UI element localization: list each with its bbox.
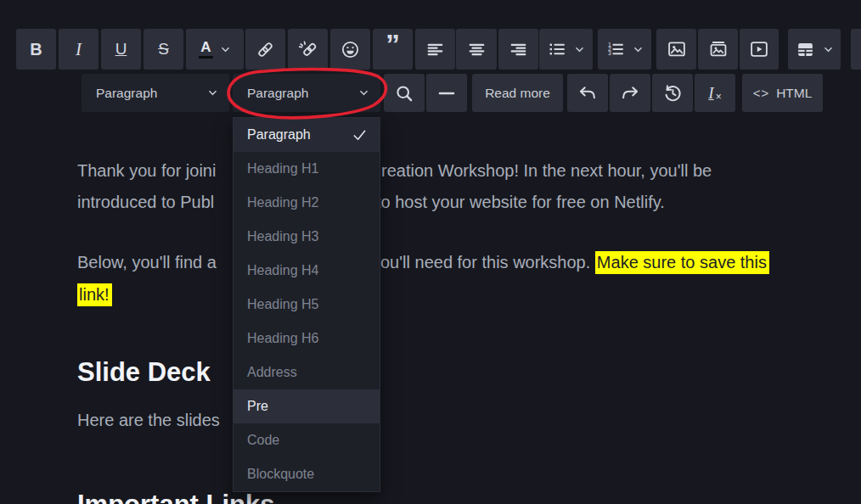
chevron-down-icon	[574, 44, 585, 55]
format-select-1-value: Paragraph	[96, 86, 157, 101]
italic-icon: I	[76, 39, 82, 60]
undo-button[interactable]	[567, 74, 608, 112]
code-brackets-icon: <>	[753, 86, 770, 100]
emoji-icon	[340, 39, 361, 60]
paragraph-text: you'll need for this workshop. Make sure…	[372, 253, 769, 272]
text-color-icon: A	[199, 40, 213, 59]
paragraph-text: reation Workshop! In the next hour, you'…	[381, 161, 712, 181]
menu-item-heading-h5[interactable]: Heading H5	[234, 288, 380, 322]
table-icon	[795, 39, 816, 60]
align-left-icon	[425, 39, 446, 60]
unlink-icon	[297, 39, 318, 60]
bullet-list-button[interactable]	[539, 29, 593, 70]
video-icon	[748, 38, 770, 60]
insert-image-button[interactable]	[656, 29, 696, 70]
menu-item-code[interactable]: Code	[234, 423, 380, 457]
emoji-button[interactable]	[330, 29, 370, 70]
insert-table-button[interactable]	[788, 29, 841, 70]
horizontal-rule-icon	[436, 82, 458, 104]
numbered-list-button[interactable]: 1 2 3	[598, 29, 651, 70]
paragraph-text: Thank you for joini	[77, 161, 216, 181]
menu-item-heading-h4[interactable]: Heading H4	[234, 254, 380, 288]
menu-item-pre[interactable]: Pre	[234, 389, 380, 423]
strikethrough-button[interactable]: S	[144, 29, 183, 70]
blockquote-button[interactable]: ”	[373, 29, 413, 70]
numbered-list-icon: 1 2 3	[605, 39, 626, 59]
checkmark-icon	[352, 127, 368, 143]
undo-icon	[577, 82, 599, 104]
menu-item-heading-h6[interactable]: Heading H6	[234, 322, 380, 356]
search-icon	[393, 82, 415, 104]
menu-item-heading-h2[interactable]: Heading H2	[234, 186, 380, 220]
clear-formatting-icon: I	[708, 84, 713, 103]
highlighted-text: link!	[77, 283, 112, 306]
highlighted-text: Make sure to save this	[595, 251, 769, 274]
chevron-down-icon	[358, 87, 369, 98]
link-button[interactable]	[245, 29, 285, 70]
html-label: HTML	[776, 86, 812, 101]
history-button[interactable]	[652, 74, 693, 112]
underline-button[interactable]: U	[101, 29, 141, 70]
format-select-2-value: Paragraph	[247, 86, 308, 101]
align-center-icon	[466, 39, 487, 60]
clear-formatting-button[interactable]: I ×	[695, 74, 735, 112]
format-dropdown-menu: Paragraph Heading H1 Heading H2 Heading …	[233, 117, 380, 492]
link-icon	[255, 39, 276, 60]
align-center-button[interactable]	[456, 29, 497, 70]
bold-button[interactable]: B	[16, 29, 56, 70]
read-more-label: Read more	[485, 86, 550, 101]
paragraph-text: introduced to Publ	[77, 193, 214, 212]
paragraph-text: Below, you'll find a	[77, 253, 217, 272]
html-source-button[interactable]: <> HTML	[742, 74, 823, 112]
search-button[interactable]	[384, 74, 425, 112]
image-icon	[666, 38, 688, 60]
blockquote-icon: ”	[385, 40, 400, 59]
chevron-down-icon	[633, 44, 644, 55]
align-right-button[interactable]	[498, 29, 538, 70]
read-more-button[interactable]: Read more	[472, 74, 563, 112]
svg-text:3: 3	[608, 50, 611, 56]
menu-item-heading-h1[interactable]: Heading H1	[234, 152, 380, 186]
underline-icon: U	[115, 40, 127, 59]
heading-slide-deck: Slide Deck	[77, 357, 211, 388]
paragraph-text: Here are the slides	[77, 411, 220, 430]
redo-button[interactable]	[610, 74, 650, 112]
history-icon	[661, 82, 684, 104]
redo-icon	[619, 82, 641, 104]
menu-item-address[interactable]: Address	[234, 356, 380, 389]
align-left-button[interactable]	[415, 29, 455, 70]
unlink-button[interactable]	[288, 29, 328, 70]
bullet-list-icon	[547, 39, 567, 59]
format-select-2[interactable]: Paragraph	[233, 74, 380, 112]
paragraph-text: to host your website for free on Netlify…	[376, 193, 665, 212]
image-gallery-icon	[707, 38, 729, 60]
paragraph-text: link!	[77, 285, 112, 305]
menu-item-paragraph[interactable]: Paragraph	[234, 118, 380, 152]
bold-icon: B	[30, 40, 42, 59]
horizontal-rule-button[interactable]	[426, 74, 467, 112]
chevron-down-icon	[823, 44, 834, 55]
insert-video-button[interactable]	[740, 29, 779, 70]
align-right-icon	[508, 39, 529, 60]
toolbar-button-partial[interactable]	[851, 29, 861, 70]
text-color-button[interactable]: A	[186, 29, 244, 70]
image-gallery-button[interactable]	[698, 29, 738, 70]
italic-button[interactable]: I	[59, 29, 98, 70]
strikethrough-icon: S	[158, 40, 169, 59]
rich-text-editor: B I U S A	[0, 0, 861, 504]
chevron-down-icon	[207, 87, 218, 98]
format-select-1[interactable]: Paragraph	[82, 74, 229, 112]
menu-item-heading-h3[interactable]: Heading H3	[234, 220, 380, 254]
menu-item-blockquote[interactable]: Blockquote	[234, 457, 380, 491]
chevron-down-icon	[220, 44, 231, 55]
